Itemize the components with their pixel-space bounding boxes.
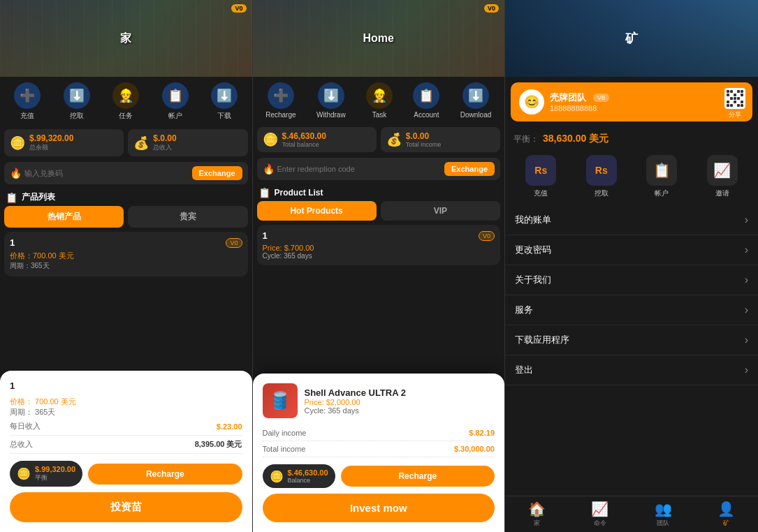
middle-product-list-icon: 📋 [258, 187, 270, 198]
right-menu-item-about[interactable]: 关于我们 › [505, 265, 758, 295]
left-action-label-download: 下载 [217, 111, 231, 121]
right-menu-item-download[interactable]: 下载应用程序 › [505, 325, 758, 355]
left-popup-coin-icon: 🪙 [17, 467, 31, 480]
left-popup-daily-label: 每日收入 [10, 421, 41, 431]
right-recharge-icon: Rs [525, 155, 556, 186]
right-profile-info: 壳牌团队 V8 18888888888 [550, 91, 609, 112]
right-menu-label-logout: 登出 [515, 364, 533, 376]
right-menu-item-logout[interactable]: 登出 › [505, 355, 758, 385]
withdraw-icon: ⬇️ [64, 82, 90, 109]
left-balance-info-2: $.0.00 总收入 [153, 133, 242, 152]
right-avatar: 😊 [519, 89, 544, 114]
middle-withdraw-icon: ⬇️ [318, 82, 344, 109]
right-nav-command[interactable]: 📈 命令 [569, 501, 632, 528]
middle-product-cycle: Cycle: 365 days [263, 252, 495, 260]
left-product-price: 价格：700.00 美元 [10, 251, 242, 261]
right-action-account[interactable]: 📋 帐户 [646, 155, 677, 198]
middle-download-icon: ⬇️ [462, 82, 489, 109]
left-tab-vip[interactable]: 贵宾 [128, 206, 247, 228]
middle-tab-hot[interactable]: Hot Products [257, 201, 377, 221]
left-action-task[interactable]: 👷 任务 [112, 82, 139, 121]
right-action-label-mine: 挖取 [595, 189, 608, 198]
left-popup-price: 价格： 700.00 美元 [10, 397, 242, 407]
mine-nav-icon: 👤 [717, 501, 735, 517]
middle-coin-icon-1: 🪙 [263, 132, 278, 147]
middle-popup-price-label: Price: [305, 398, 326, 406]
left-balance-card-2: 💰 $.0.00 总收入 [128, 129, 247, 156]
middle-panel-title: Home [363, 32, 394, 45]
middle-action-download[interactable]: ⬇️ Download [460, 82, 491, 119]
left-action-download[interactable]: ⬇️ 下载 [211, 82, 238, 121]
left-action-withdraw[interactable]: ⬇️ 挖取 [64, 82, 90, 121]
right-menu-item-password[interactable]: 更改密码 › [505, 235, 758, 265]
left-panel: V0 家 ➕ 充值 ⬇️ 挖取 👷 任务 📋 帐户 ⬇️ 下载 🪙 $.99,3… [0, 0, 253, 532]
mine-nav-label: 矿 [723, 519, 729, 528]
middle-product-price: Price: $.700.00 [263, 244, 495, 252]
left-section-header: 📋 产品列表 [0, 187, 252, 206]
middle-balance-amount-2: $.0.00 [406, 131, 495, 141]
middle-product-image: 🛢️ [263, 383, 298, 418]
command-nav-label: 命令 [594, 519, 606, 528]
middle-balance-label-2: Total income [406, 141, 495, 148]
right-action-mine[interactable]: Rs 挖取 [586, 155, 617, 198]
right-profile-phone: 18888888888 [550, 104, 609, 112]
right-nav-team[interactable]: 👥 团队 [632, 501, 695, 528]
left-popup-invest-button[interactable]: 投资苗 [10, 492, 242, 522]
middle-action-label-task: Task [372, 111, 387, 119]
left-action-label-account: 帐户 [168, 111, 182, 121]
middle-popup-daily-value: $.82.19 [469, 429, 495, 437]
left-balance-row: 🪙 $.99,320.00 总余额 💰 $.0.00 总收入 [4, 129, 248, 156]
middle-account-icon: 📋 [413, 82, 439, 109]
right-nav-home[interactable]: 🏠 家 [505, 501, 569, 528]
left-product-num: 1 [10, 237, 15, 248]
flame-icon: 🔥 [10, 168, 22, 179]
right-action-label-invite: 邀请 [715, 189, 729, 198]
middle-popup-product-cycle: Cycle: 365 days [305, 406, 406, 415]
left-product-card: 1 V0 价格：700.00 美元 周期：365天 [4, 232, 248, 276]
right-qr-section: 分享 [724, 88, 745, 119]
middle-product-num: 1 [263, 230, 268, 241]
middle-balance-amount-1: $.46,630.00 [282, 131, 371, 141]
left-action-recharge[interactable]: ➕ 充值 [14, 82, 41, 121]
middle-popup-invest-button[interactable]: Invest mow [263, 494, 495, 522]
left-popup-cycle-label: 周期： [10, 408, 33, 416]
middle-action-account[interactable]: 📋 Account [413, 82, 439, 119]
middle-action-withdraw[interactable]: ⬇️ Withdraw [316, 82, 346, 119]
right-action-invite[interactable]: 📈 邀请 [707, 155, 738, 198]
middle-balance-row: 🪙 $.46,630.00 Total balance 💰 $.0.00 Tot… [257, 127, 501, 152]
middle-product-version: V0 [479, 231, 495, 241]
left-tab-hot[interactable]: 热销产品 [4, 206, 124, 228]
left-popup-total-row: 总收入 8,395.00 美元 [10, 436, 242, 454]
left-popup-total-value: 8,395.00 美元 [195, 439, 242, 450]
middle-panel: V0 Home ➕ Recharge ⬇️ Withdraw 👷 Task 📋 … [253, 0, 506, 532]
middle-action-label-account: Account [414, 111, 439, 119]
left-balance-amount-2: $.0.00 [153, 133, 242, 143]
right-menu-item-service[interactable]: 服务 › [505, 295, 758, 325]
middle-action-recharge[interactable]: ➕ Recharge [265, 82, 296, 119]
middle-action-label-withdraw: Withdraw [316, 111, 346, 119]
middle-tab-vip[interactable]: VIP [381, 201, 500, 221]
right-nav-mine[interactable]: 👤 矿 [695, 501, 759, 528]
middle-popup-total-value: $.30,000.00 [454, 445, 495, 453]
left-product-version: V0 [226, 238, 242, 248]
right-menu-item-billing[interactable]: 我的账单 › [505, 205, 758, 235]
left-popup-daily-row: 每日收入 $.23.00 [10, 418, 242, 436]
left-exchange-button[interactable]: Exchange [192, 166, 242, 180]
left-popup-overlay: 1 价格： 700.00 美元 周期： 365天 每日收入 $.23.00 总收… [0, 371, 252, 532]
middle-popup-recharge-button[interactable]: Recharge [341, 466, 495, 487]
middle-action-task[interactable]: 👷 Task [366, 82, 393, 119]
left-action-account[interactable]: 📋 帐户 [162, 82, 189, 121]
middle-exchange-input[interactable] [277, 165, 445, 173]
middle-balance-label-1: Total balance [282, 141, 371, 148]
recharge-icon: ➕ [14, 82, 41, 109]
right-action-recharge[interactable]: Rs 充值 [525, 155, 556, 198]
middle-quick-actions: ➕ Recharge ⬇️ Withdraw 👷 Task 📋 Account … [253, 77, 505, 124]
middle-popup-total-label: Total income [263, 445, 306, 453]
left-popup-recharge-button[interactable]: Recharge [88, 464, 242, 485]
left-balance-info-1: $.99,320.00 总余额 [29, 133, 118, 152]
left-exchange-input[interactable] [24, 169, 192, 177]
middle-balance-card-1: 🪙 $.46,630.00 Total balance [257, 127, 377, 152]
middle-exchange-row: 🔥 Exchange [257, 158, 501, 180]
left-exchange-row: 🔥 Exchange [4, 162, 248, 184]
middle-exchange-button[interactable]: Exchange [444, 162, 495, 176]
